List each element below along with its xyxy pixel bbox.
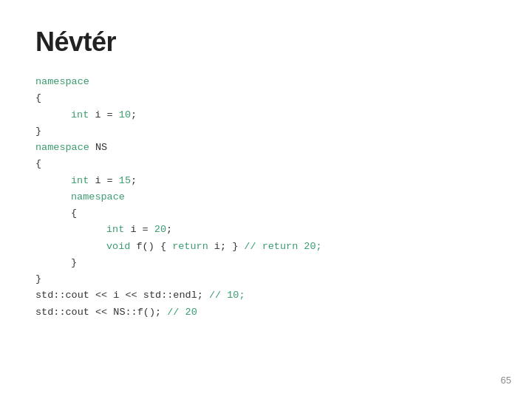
code-line-13: } (35, 271, 497, 287)
code-line-15: std::cout << NS::f(); // 20 (35, 304, 497, 321)
code-line-6: { (35, 156, 497, 172)
code-line-2: { (35, 90, 497, 106)
code-line-7: int i = 15; (35, 173, 497, 189)
code-block: namespace { int i = 10; } namespace NS {… (35, 74, 497, 321)
code-line-3: int i = 10; (35, 107, 497, 123)
code-line-12: } (35, 255, 497, 271)
code-line-9: { (35, 205, 497, 222)
code-line-11: void f() { return i; } // return 20; (35, 239, 497, 255)
page-number: 65 (501, 375, 511, 386)
slide: Névtér namespace { int i = 10; } namespa… (0, 0, 532, 399)
code-line-8: namespace (35, 189, 497, 205)
code-line-5: namespace NS (35, 140, 497, 156)
kw-namespace-1: namespace (35, 76, 89, 87)
slide-title: Névtér (35, 27, 497, 58)
code-line-10: int i = 20; (35, 222, 497, 238)
code-line-14: std::cout << i << std::endl; // 10; (35, 287, 497, 304)
code-line-1: namespace (35, 74, 497, 90)
code-line-4: } (35, 123, 497, 140)
